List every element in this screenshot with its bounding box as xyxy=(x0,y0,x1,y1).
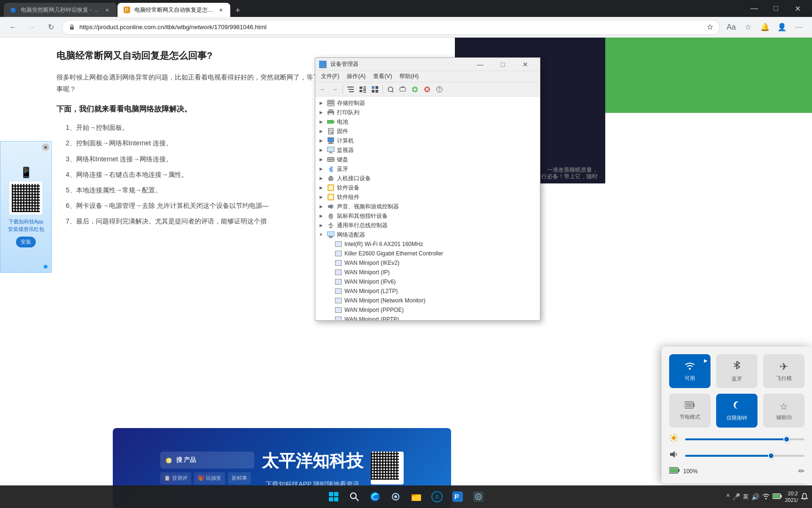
qs-tile-assist[interactable]: ☆ 辅助功 xyxy=(763,394,804,428)
dm-net-wan-nm[interactable]: WAN Miniport (Network Monitor) xyxy=(332,296,540,305)
dm-net-wan-ip[interactable]: WAN Miniport (IP) xyxy=(332,268,540,277)
tray-mic[interactable]: 🎤 xyxy=(732,493,740,500)
dm-net-wan-pppoe[interactable]: WAN Miniport (PPPOE) xyxy=(332,305,540,315)
dm-item-network[interactable]: ▼ 网络适配器 xyxy=(315,230,540,239)
dm-expand-software-comp[interactable]: ▶ xyxy=(317,193,325,201)
dm-expand-network[interactable]: ▼ xyxy=(317,231,325,238)
tab-2-close[interactable]: ✕ xyxy=(217,6,225,14)
dm-expand-usb[interactable]: ▶ xyxy=(317,222,325,229)
address-bar[interactable]: https://product.pconline.com.cn/itbk/wlb… xyxy=(62,20,720,35)
dm-expand-computer[interactable]: ▶ xyxy=(317,137,325,144)
search-button[interactable] xyxy=(345,487,364,506)
dm-expand-firmware[interactable]: ▶ xyxy=(317,127,325,135)
dm-add-btn[interactable] xyxy=(409,84,421,95)
qs-tile-battery-save[interactable]: 节电模式 xyxy=(669,394,710,428)
dm-menu-help[interactable]: 帮助(H) xyxy=(396,71,422,81)
app-taskbar-icon[interactable]: P xyxy=(448,487,467,506)
dm-item-audio[interactable]: ▶ 声音、视频和游戏控制器 xyxy=(315,202,540,211)
dm-item-mouse[interactable]: ▶ 鼠标和其他指针设备 xyxy=(315,211,540,221)
dm-net-wan-ikev2[interactable]: WAN Miniport (IKEv2) xyxy=(332,258,540,268)
dm-item-software-comp[interactable]: ▶ 软件组件 xyxy=(315,192,540,202)
dm-item-bluetooth[interactable]: ▶ 蓝牙 xyxy=(315,164,540,174)
menu-btn[interactable]: ⋯ xyxy=(791,20,806,35)
dm-tree-btn[interactable] xyxy=(345,84,356,95)
dm-expand-mouse[interactable]: ▶ xyxy=(317,212,325,220)
dm-menu-view[interactable]: 查看(V) xyxy=(369,71,396,81)
notification-btn[interactable]: 🔔 xyxy=(757,20,773,35)
dm-item-firmware[interactable]: ▶ 固件 xyxy=(315,127,540,136)
qs-tile-moon[interactable]: 仅限闹钟 xyxy=(716,394,757,428)
extra-taskbar-icon[interactable] xyxy=(469,487,488,506)
dm-forward-btn[interactable]: → xyxy=(329,84,341,95)
dm-item-hid[interactable]: ▶ 人机接口设备 xyxy=(315,174,540,183)
dm-item-keyboard[interactable]: ▶ 键盘 xyxy=(315,155,540,164)
dm-expand-battery[interactable]: ▶ xyxy=(317,118,325,126)
qs-tile-wifi[interactable]: ▶ 可用 xyxy=(669,354,710,388)
dell-taskbar-icon[interactable]: D xyxy=(428,487,446,506)
file-manager-taskbar-icon[interactable] xyxy=(407,487,426,506)
tab-1[interactable]: 🔵 电脑突然断网几秒钟后恢复 - Se... ✕ xyxy=(4,3,117,17)
dm-scan-btn[interactable] xyxy=(385,84,396,95)
browser-taskbar-icon[interactable] xyxy=(366,487,384,506)
dm-expand-keyboard[interactable]: ▶ xyxy=(317,156,325,163)
dm-back-btn[interactable]: ← xyxy=(317,84,328,95)
tray-volume[interactable]: 🔊 xyxy=(751,493,759,500)
dm-item-battery[interactable]: ▶ 电池 xyxy=(315,117,540,127)
dm-expand-hid[interactable]: ▶ xyxy=(317,175,325,182)
dm-help-btn[interactable]: ? xyxy=(434,84,445,95)
browser-close[interactable]: ✕ xyxy=(787,2,808,15)
dm-content[interactable]: ▶ 存储控制器 ▶ 打印队列 ▶ 电池 ▶ xyxy=(315,96,540,320)
taskbar-time[interactable]: 20:2 2021/ xyxy=(785,490,798,504)
dm-net-wan-ipv6[interactable]: WAN Miniport (IPv6) xyxy=(332,277,540,286)
dm-expand-software-dev[interactable]: ▶ xyxy=(317,184,325,191)
dm-item-usb[interactable]: ▶ 通用串行总线控制器 xyxy=(315,221,540,230)
float-ad-close[interactable]: ✕ xyxy=(42,143,49,151)
tab-1-close[interactable]: ✕ xyxy=(103,6,111,14)
new-tab-button[interactable]: + xyxy=(231,4,244,17)
dm-item-storage[interactable]: ▶ 存储控制器 xyxy=(315,98,540,108)
browser-maximize[interactable]: □ xyxy=(765,2,787,15)
qs-tile-bluetooth[interactable]: 蓝牙 xyxy=(716,354,757,388)
profile-btn[interactable]: 👤 xyxy=(774,20,789,35)
brightness-slider[interactable] xyxy=(685,438,804,440)
dm-scan2-btn[interactable] xyxy=(397,84,408,95)
dm-delete-btn[interactable] xyxy=(422,84,433,95)
dm-item-software-dev[interactable]: ▶ 软件设备 xyxy=(315,183,540,192)
volume-slider[interactable] xyxy=(685,455,804,457)
tray-notification[interactable] xyxy=(801,492,808,501)
dm-close[interactable]: ✕ xyxy=(515,58,536,71)
dm-net-wifi[interactable]: Intel(R) Wi-Fi 6 AX201 160MHz xyxy=(332,239,540,249)
dm-net-wan-l2tp[interactable]: WAN Miniport (L2TP) xyxy=(332,286,540,296)
dm-item-print[interactable]: ▶ 打印队列 xyxy=(315,108,540,117)
reload-button[interactable]: ↻ xyxy=(43,20,58,35)
dm-minimize[interactable]: — xyxy=(469,58,491,71)
start-button[interactable] xyxy=(324,487,343,506)
dm-expand-print[interactable]: ▶ xyxy=(317,109,325,116)
tray-lang[interactable]: 英 xyxy=(743,493,749,501)
dm-detail-btn[interactable] xyxy=(357,84,368,95)
dm-expand-audio[interactable]: ▶ xyxy=(317,203,325,210)
translate-btn[interactable]: Aa xyxy=(724,20,739,35)
tray-battery[interactable] xyxy=(773,493,782,500)
tray-network[interactable] xyxy=(762,492,770,501)
dm-maximize[interactable]: □ xyxy=(492,58,514,71)
float-ad-btn[interactable]: 安装 xyxy=(16,237,36,247)
qs-tile-airplane[interactable]: ✈ 飞行模 xyxy=(763,354,804,388)
collection-btn[interactable]: ☆ xyxy=(741,20,756,35)
dm-menu-action[interactable]: 操作(A) xyxy=(343,71,369,81)
dm-menu-file[interactable]: 文件(F) xyxy=(317,71,343,81)
dm-item-computer[interactable]: ▶ 计算机 xyxy=(315,136,540,145)
back-button[interactable]: ← xyxy=(6,20,21,35)
dm-expand-bluetooth[interactable]: ▶ xyxy=(317,165,325,173)
dm-expand-monitor[interactable]: ▶ xyxy=(317,146,325,154)
dm-expand-storage[interactable]: ▶ xyxy=(317,99,325,107)
qs-edit-btn[interactable]: ✏ xyxy=(798,467,804,476)
tray-chevron[interactable]: ^ xyxy=(726,493,730,500)
forward-button[interactable]: → xyxy=(24,20,39,35)
browser-minimize[interactable]: — xyxy=(743,2,765,15)
steam-taskbar-icon[interactable] xyxy=(386,487,405,506)
dm-net-killer[interactable]: Killer E2600 Gigabit Ethernet Controller xyxy=(332,249,540,258)
dm-icon-btn[interactable] xyxy=(369,84,381,95)
dm-net-wan-pptp[interactable]: WAN Miniport (PPTP) xyxy=(332,315,540,320)
tab-2[interactable]: P 电脑经常断网又自动恢复是怎么回... ✕ xyxy=(117,3,230,17)
